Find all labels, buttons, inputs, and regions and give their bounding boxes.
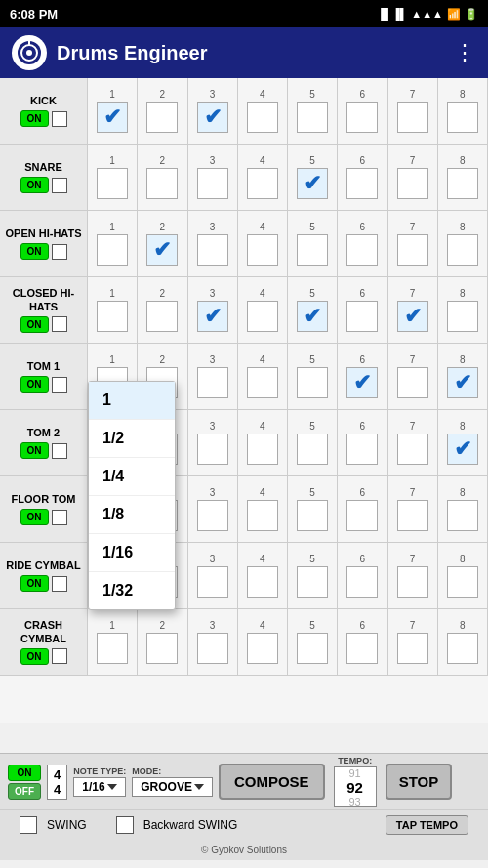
dropdown-item-thirtysecond[interactable]: 1/32 [89, 572, 175, 609]
beat-cell-floor-tom-6[interactable] [346, 500, 378, 531]
dropdown-item-quarter[interactable]: 1/4 [89, 458, 175, 496]
solo-checkbox-tom2[interactable] [52, 443, 67, 459]
dropdown-item-sixteenth[interactable]: 1/16 [89, 534, 175, 572]
solo-checkbox-floor-tom[interactable] [52, 510, 67, 525]
beat-cell-closed-hi-hats-7[interactable]: ✔ [397, 301, 428, 332]
solo-checkbox-kick[interactable] [52, 111, 67, 127]
beat-cell-kick-1[interactable]: ✔ [97, 102, 128, 133]
beat-cell-floor-tom-4[interactable] [247, 500, 278, 531]
beat-cell-snare-5[interactable]: ✔ [297, 168, 328, 199]
solo-checkbox-tom1[interactable] [52, 377, 67, 393]
beat-cell-snare-7[interactable] [397, 168, 428, 199]
beat-cell-tom2-8[interactable]: ✔ [447, 434, 478, 465]
beat-cell-closed-hi-hats-3[interactable]: ✔ [197, 301, 228, 332]
on-button-open-hi-hats[interactable]: ON [20, 243, 49, 260]
beat-cell-open-hi-hats-4[interactable] [247, 234, 278, 266]
beat-cell-tom1-6[interactable]: ✔ [346, 367, 378, 398]
beat-cell-ride-cymbal-7[interactable] [397, 566, 428, 598]
beat-cell-floor-tom-3[interactable] [197, 500, 228, 531]
beat-cell-ride-cymbal-8[interactable] [447, 566, 478, 598]
beat-cell-open-hi-hats-5[interactable] [297, 234, 328, 266]
beat-cell-ride-cymbal-5[interactable] [297, 566, 328, 598]
beat-cell-tom1-3[interactable] [197, 367, 228, 398]
dropdown-item-half[interactable]: 1/2 [89, 420, 175, 458]
beat-cell-floor-tom-8[interactable] [447, 500, 478, 531]
beat-cell-closed-hi-hats-5[interactable]: ✔ [297, 301, 328, 332]
note-subdivision-dropdown[interactable]: 1 1/2 1/4 1/8 1/16 1/32 [88, 381, 176, 610]
beat-cell-crash-cymbal-6[interactable] [346, 633, 378, 664]
on-button-floor-tom[interactable]: ON [20, 509, 49, 525]
beat-cell-snare-4[interactable] [247, 168, 278, 199]
beat-cell-tom2-7[interactable] [397, 434, 428, 465]
solo-checkbox-snare[interactable] [52, 178, 67, 193]
beat-cell-open-hi-hats-2[interactable]: ✔ [146, 234, 178, 266]
beat-cell-closed-hi-hats-4[interactable] [247, 301, 278, 332]
beat-cell-tom1-4[interactable] [247, 367, 278, 398]
beat-cell-kick-8[interactable] [447, 102, 478, 133]
beat-cell-kick-6[interactable] [346, 102, 378, 133]
tap-tempo-button[interactable]: TAP TEMPO [386, 815, 468, 835]
dropdown-item-eighth[interactable]: 1/8 [89, 496, 175, 534]
beat-cell-ride-cymbal-4[interactable] [247, 566, 278, 598]
master-on-button[interactable]: ON [8, 765, 41, 781]
beat-cell-tom2-3[interactable] [197, 434, 228, 465]
on-button-ride-cymbal[interactable]: ON [20, 575, 49, 592]
beat-cell-kick-5[interactable] [297, 102, 328, 133]
beat-cell-snare-6[interactable] [346, 168, 378, 199]
beat-cell-closed-hi-hats-1[interactable] [97, 301, 128, 332]
beat-cell-crash-cymbal-8[interactable] [447, 633, 478, 664]
stop-button[interactable]: STOP [386, 764, 453, 800]
solo-checkbox-crash-cymbal[interactable] [52, 648, 67, 664]
on-button-tom1[interactable]: ON [20, 376, 49, 393]
beat-cell-crash-cymbal-2[interactable] [146, 633, 178, 664]
beat-cell-ride-cymbal-6[interactable] [346, 566, 378, 598]
on-button-tom2[interactable]: ON [20, 442, 49, 459]
beat-cell-tom2-4[interactable] [247, 434, 278, 465]
solo-checkbox-open-hi-hats[interactable] [52, 244, 67, 260]
solo-checkbox-closed-hi-hats[interactable] [52, 316, 67, 332]
beat-cell-snare-2[interactable] [146, 168, 178, 199]
beat-cell-snare-8[interactable] [447, 168, 478, 199]
beat-cell-closed-hi-hats-8[interactable] [447, 301, 478, 332]
beat-cell-ride-cymbal-3[interactable] [197, 566, 228, 598]
beat-cell-tom2-6[interactable] [346, 434, 378, 465]
compose-button[interactable]: COMPOSE [219, 764, 325, 800]
dropdown-item-1[interactable]: 1 [89, 382, 175, 420]
menu-icon[interactable]: ⋮ [454, 40, 476, 65]
beat-cell-crash-cymbal-4[interactable] [247, 633, 278, 664]
beat-cell-closed-hi-hats-6[interactable] [346, 301, 378, 332]
solo-checkbox-ride-cymbal[interactable] [52, 576, 67, 592]
note-type-selector[interactable]: 1/16 [73, 777, 125, 797]
backward-swing-checkbox[interactable] [116, 816, 134, 834]
tempo-display[interactable]: 91 92 93 [334, 766, 377, 807]
beat-cell-open-hi-hats-3[interactable] [197, 234, 228, 266]
beat-cell-open-hi-hats-8[interactable] [447, 234, 478, 266]
on-button-snare[interactable]: ON [20, 177, 49, 193]
beat-cell-crash-cymbal-3[interactable] [197, 633, 228, 664]
beat-cell-floor-tom-7[interactable] [397, 500, 428, 531]
beat-cell-kick-4[interactable] [247, 102, 278, 133]
time-signature[interactable]: 4 4 [47, 765, 67, 800]
beat-cell-closed-hi-hats-2[interactable] [146, 301, 178, 332]
on-button-crash-cymbal[interactable]: ON [20, 648, 49, 665]
beat-cell-open-hi-hats-7[interactable] [397, 234, 428, 266]
beat-cell-open-hi-hats-6[interactable] [346, 234, 378, 266]
beat-cell-tom1-8[interactable]: ✔ [447, 367, 478, 398]
beat-cell-tom2-5[interactable] [297, 434, 328, 465]
beat-cell-open-hi-hats-1[interactable] [97, 234, 128, 266]
on-button-kick[interactable]: ON [20, 110, 49, 127]
swing-checkbox[interactable] [20, 816, 37, 834]
beat-cell-tom1-7[interactable] [397, 367, 428, 398]
beat-cell-snare-1[interactable] [97, 168, 128, 199]
beat-cell-floor-tom-5[interactable] [297, 500, 328, 531]
mode-selector[interactable]: GROOVE [132, 777, 213, 797]
beat-cell-crash-cymbal-5[interactable] [297, 633, 328, 664]
beat-cell-crash-cymbal-7[interactable] [397, 633, 428, 664]
on-button-closed-hi-hats[interactable]: ON [20, 316, 49, 333]
beat-cell-kick-2[interactable] [146, 102, 178, 133]
beat-cell-tom1-5[interactable] [297, 367, 328, 398]
beat-cell-crash-cymbal-1[interactable] [97, 633, 128, 664]
beat-cell-snare-3[interactable] [197, 168, 228, 199]
beat-cell-kick-3[interactable]: ✔ [197, 102, 228, 133]
beat-cell-kick-7[interactable] [397, 102, 428, 133]
